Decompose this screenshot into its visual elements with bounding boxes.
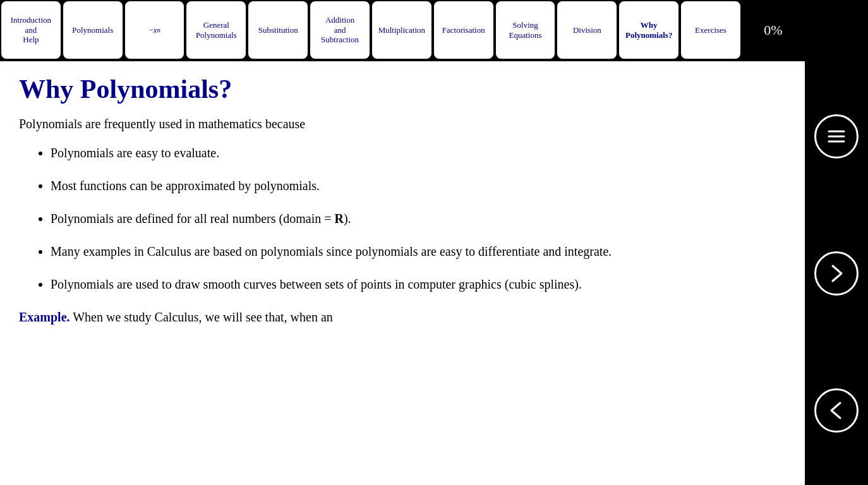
example-paragraph: Example. When we study Calculus, we will… [19,308,786,326]
menu-button[interactable] [814,114,859,159]
nav-tab-factorisation[interactable]: Factorisation [433,0,495,60]
nav-tab-addition-subtraction[interactable]: Addition and Subtraction [309,0,371,60]
bullet-item-4: Polynomials are used to draw smooth curv… [51,275,786,293]
bullet-item-3: Many examples in Calculus are based on p… [51,242,786,260]
progress-indicator: 0% [742,0,805,60]
main-layout: Why Polynomials? Polynomials are frequen… [0,61,868,485]
intro-text: Polynomials are frequently used in mathe… [19,117,786,131]
navigation-bar: Introduction and HelpPolynomials−xnGener… [0,0,805,61]
nav-tab-neg-xn[interactable]: −xn [124,0,186,60]
example-label: Example. [19,310,70,324]
bullet-item-1: Most functions can be approximated by po… [51,177,786,195]
nav-tab-multiplication[interactable]: Multiplication [371,0,433,60]
nav-tab-why-polynomials[interactable]: Why Polynomials? [618,0,680,60]
next-button[interactable] [814,251,859,296]
nav-tab-exercises[interactable]: Exercises [680,0,742,60]
content-area: Why Polynomials? Polynomials are frequen… [0,61,805,485]
example-body: When we study Calculus, we will see that… [70,310,333,324]
bullet-item-2: Polynomials are defined for all real num… [51,210,786,227]
nav-tab-division[interactable]: Division [556,0,618,60]
nav-tab-solving-equations[interactable]: Solving Equations [495,0,557,60]
page-title: Why Polynomials? [19,74,786,104]
nav-tab-intro[interactable]: Introduction and Help [0,0,62,60]
nav-tab-general-polynomials[interactable]: General Polynomials [185,0,247,60]
nav-tab-polynomials[interactable]: Polynomials [62,0,124,60]
bullet-item-0: Polynomials are easy to evaluate. [51,144,786,162]
right-sidebar [805,61,868,485]
back-button[interactable] [814,388,859,433]
bullet-list: Polynomials are easy to evaluate.Most fu… [19,144,786,293]
nav-tab-substitution[interactable]: Substitution [247,0,309,60]
